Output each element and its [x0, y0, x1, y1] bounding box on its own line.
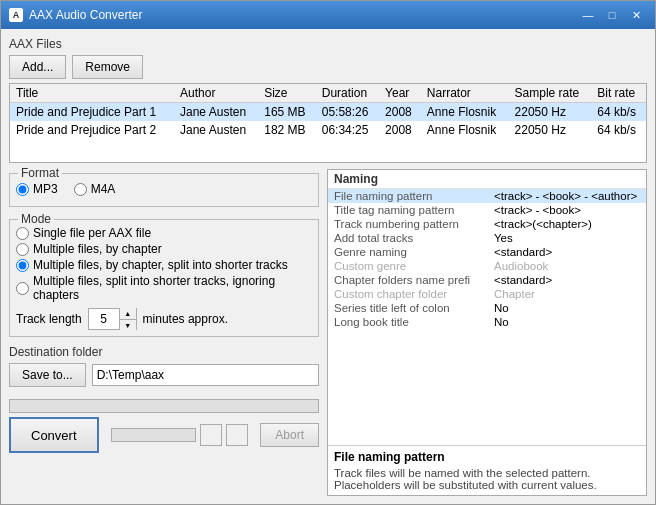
format-label: Format: [18, 166, 62, 180]
convert-button[interactable]: Convert: [9, 417, 99, 453]
destination-section: Destination folder Save to...: [9, 345, 319, 387]
col-header-narrator: Narrator: [421, 84, 509, 103]
naming-row[interactable]: Series title left of colonNo: [328, 301, 646, 315]
small-progress-bar: [111, 428, 197, 442]
mode-radio-2[interactable]: [16, 259, 29, 272]
table-row[interactable]: Pride and Prejudice Part 1Jane Austen165…: [10, 103, 646, 122]
table-cell: 64 kb/s: [591, 121, 646, 139]
table-cell: Pride and Prejudice Part 1: [10, 103, 174, 122]
aax-files-label: AAX Files: [9, 37, 647, 51]
format-m4a-label: M4A: [91, 182, 116, 196]
naming-value: Audiobook: [488, 259, 646, 273]
naming-row[interactable]: File naming pattern<track> - <book> - <a…: [328, 189, 646, 203]
naming-value: <track> - <book>: [488, 203, 646, 217]
mode-option-3[interactable]: Multiple files, split into shorter track…: [16, 274, 312, 302]
track-length-suffix: minutes approx.: [143, 312, 228, 326]
naming-row[interactable]: Long book titleNo: [328, 315, 646, 329]
maximize-button[interactable]: □: [601, 6, 623, 24]
main-window: A AAX Audio Converter — □ ✕ AAX Files Ad…: [0, 0, 656, 505]
naming-key: Track numbering pattern: [328, 217, 488, 231]
aax-files-section: AAX Files Add... Remove TitleAuthorSizeD…: [9, 37, 647, 163]
convert-abort-row: Convert Abort: [9, 417, 319, 453]
remove-button[interactable]: Remove: [72, 55, 143, 79]
naming-row[interactable]: Title tag naming pattern<track> - <book>: [328, 203, 646, 217]
minimize-button[interactable]: —: [577, 6, 599, 24]
naming-value: <track>(<chapter>): [488, 217, 646, 231]
add-button[interactable]: Add...: [9, 55, 66, 79]
table-cell: Anne Flosnik: [421, 103, 509, 122]
naming-header: Naming: [328, 170, 646, 189]
mode-option-label-1: Multiple files, by chapter: [33, 242, 162, 256]
mode-option-1[interactable]: Multiple files, by chapter: [16, 242, 312, 256]
naming-value: Yes: [488, 231, 646, 245]
bottom-section: Format MP3 M4A Mode: [9, 169, 647, 496]
mode-radio-1[interactable]: [16, 243, 29, 256]
main-progress-bar: [9, 399, 319, 413]
spinner-up-button[interactable]: ▲: [120, 308, 136, 319]
table-row[interactable]: Pride and Prejudice Part 2Jane Austen182…: [10, 121, 646, 139]
col-header-sample-rate: Sample rate: [509, 84, 592, 103]
destination-path-input[interactable]: [92, 364, 319, 386]
progress-btn-1[interactable]: [200, 424, 222, 446]
table-cell: 22050 Hz: [509, 103, 592, 122]
naming-value: No: [488, 301, 646, 315]
track-length-input[interactable]: [89, 309, 119, 329]
naming-row[interactable]: Custom chapter folderChapter: [328, 287, 646, 301]
mode-radio-3[interactable]: [16, 282, 29, 295]
format-m4a-radio[interactable]: [74, 183, 87, 196]
table-cell: Jane Austen: [174, 103, 258, 122]
table-cell: Pride and Prejudice Part 2: [10, 121, 174, 139]
table-cell: 2008: [379, 103, 421, 122]
col-header-year: Year: [379, 84, 421, 103]
table-cell: Jane Austen: [174, 121, 258, 139]
track-length-spinner: ▲ ▼: [88, 308, 137, 330]
progress-btn-2[interactable]: [226, 424, 248, 446]
app-icon: A: [9, 8, 23, 22]
track-length-row: Track length ▲ ▼ minutes approx.: [16, 308, 312, 330]
mode-option-0[interactable]: Single file per AAX file: [16, 226, 312, 240]
col-header-author: Author: [174, 84, 258, 103]
table-cell: 05:58:26: [316, 103, 379, 122]
mode-section: Mode Single file per AAX fileMultiple fi…: [9, 219, 319, 337]
format-m4a[interactable]: M4A: [74, 182, 116, 196]
destination-row: Save to...: [9, 363, 319, 387]
save-to-button[interactable]: Save to...: [9, 363, 86, 387]
table-cell: 182 MB: [258, 121, 316, 139]
naming-value: Chapter: [488, 287, 646, 301]
naming-divider: File naming pattern Track files will be …: [328, 445, 646, 495]
table-cell: 06:34:25: [316, 121, 379, 139]
naming-key: Custom genre: [328, 259, 488, 273]
close-button[interactable]: ✕: [625, 6, 647, 24]
naming-value: <track> - <book> - <author>: [488, 189, 646, 203]
mode-radio-0[interactable]: [16, 227, 29, 240]
naming-key: Add total tracks: [328, 231, 488, 245]
format-mp3[interactable]: MP3: [16, 182, 58, 196]
naming-row[interactable]: Add total tracksYes: [328, 231, 646, 245]
table-cell: 165 MB: [258, 103, 316, 122]
format-mp3-label: MP3: [33, 182, 58, 196]
naming-row[interactable]: Chapter folders name prefi<standard>: [328, 273, 646, 287]
table-cell: 2008: [379, 121, 421, 139]
naming-key: Series title left of colon: [328, 301, 488, 315]
mode-option-2[interactable]: Multiple files, by chapter, split into s…: [16, 258, 312, 272]
aax-btn-row: Add... Remove: [9, 55, 647, 79]
table-cell: 22050 Hz: [509, 121, 592, 139]
naming-row[interactable]: Track numbering pattern<track>(<chapter>…: [328, 217, 646, 231]
left-panel: Format MP3 M4A Mode: [9, 169, 319, 496]
naming-row[interactable]: Genre naming<standard>: [328, 245, 646, 259]
naming-selected-desc: Track files will be named with the selec…: [334, 467, 640, 491]
file-table: TitleAuthorSizeDurationYearNarratorSampl…: [9, 83, 647, 163]
content-area: AAX Files Add... Remove TitleAuthorSizeD…: [1, 29, 655, 504]
naming-key: Custom chapter folder: [328, 287, 488, 301]
abort-button[interactable]: Abort: [260, 423, 319, 447]
window-title: AAX Audio Converter: [29, 8, 142, 22]
naming-row[interactable]: Custom genreAudiobook: [328, 259, 646, 273]
format-section: Format MP3 M4A: [9, 173, 319, 207]
table-cell: 64 kb/s: [591, 103, 646, 122]
naming-key: Long book title: [328, 315, 488, 329]
format-mp3-radio[interactable]: [16, 183, 29, 196]
naming-key: Title tag naming pattern: [328, 203, 488, 217]
window-controls: — □ ✕: [577, 6, 647, 24]
spinner-down-button[interactable]: ▼: [120, 319, 136, 330]
title-bar-left: A AAX Audio Converter: [9, 8, 142, 22]
